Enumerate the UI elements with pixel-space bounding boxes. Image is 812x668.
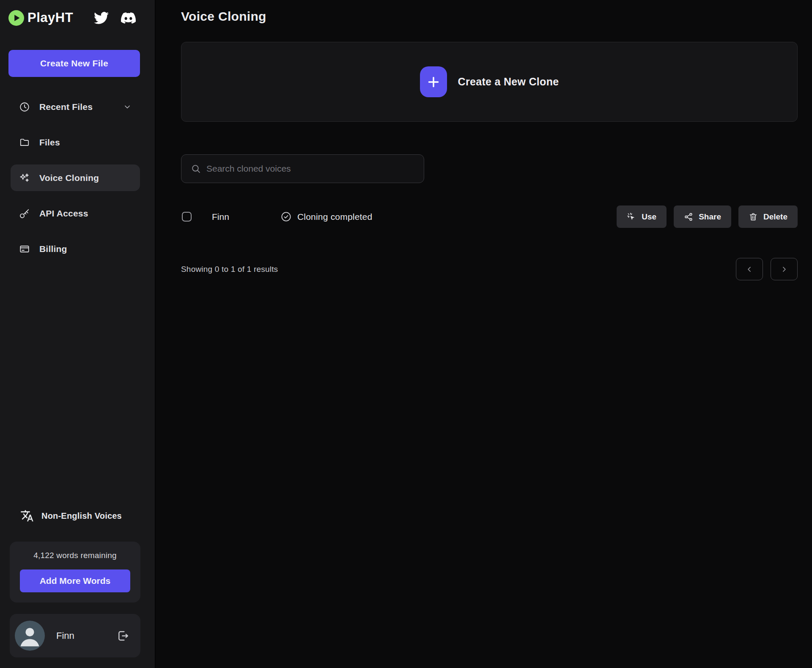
logout-icon [116,629,129,643]
cursor-click-icon [627,212,636,222]
sidebar-item-label: Recent Files [39,102,93,112]
chevron-down-icon[interactable] [123,103,132,111]
sidebar-item-api-access[interactable]: API Access [11,200,140,227]
sidebar: PlayHT Create New File Recent Files [0,0,156,668]
pagination [736,258,798,280]
next-page-button[interactable] [771,258,798,280]
credit-card-icon [19,244,30,255]
playht-logo-icon [8,10,24,26]
discord-icon[interactable] [121,11,136,25]
sidebar-item-label: API Access [39,208,88,219]
status-group: Cloning completed [280,211,372,222]
logout-button[interactable] [116,629,129,643]
create-new-file-button[interactable]: Create New File [8,50,140,77]
clock-icon [19,101,30,112]
sidebar-bottom: Non-English Voices 4,122 words remaining… [8,509,140,657]
plus-icon [426,75,441,89]
add-more-words-button[interactable]: Add More Words [20,569,130,592]
check-circle-icon [280,211,292,222]
search-input[interactable] [206,164,414,174]
use-button[interactable]: Use [617,205,667,228]
social-icons [94,11,136,25]
delete-button[interactable]: Delete [738,205,798,228]
folder-icon [19,137,30,148]
sidebar-item-files[interactable]: Files [11,129,140,156]
main-content: Voice Cloning Create a New Clone Finn Cl… [156,0,812,668]
page-title: Voice Cloning [181,9,798,24]
previous-page-button[interactable] [736,258,763,280]
share-button-label: Share [699,212,721,222]
status-text: Cloning completed [297,212,372,222]
non-english-voices-label: Non-English Voices [41,511,122,521]
search-icon [191,164,201,174]
key-icon [19,208,30,219]
share-icon [684,212,693,222]
row-actions: Use Share Delete [617,205,798,228]
words-remaining-card: 4,122 words remaining Add More Words [10,542,140,602]
non-english-voices-link[interactable]: Non-English Voices [20,509,140,523]
sidebar-item-label: Files [39,137,60,148]
sidebar-item-recent-files[interactable]: Recent Files [11,93,140,120]
share-button[interactable]: Share [674,205,731,228]
sidebar-nav: Recent Files Files Voice Cloning [8,93,140,271]
sidebar-item-billing[interactable]: Billing [11,235,140,262]
results-row: Showing 0 to 1 of 1 results [181,258,798,280]
chevron-right-icon [780,265,788,274]
voice-row: Finn Cloning completed Use [181,205,798,228]
brand-name: PlayHT [27,10,73,25]
words-remaining-text: 4,122 words remaining [20,551,130,560]
logo-row: PlayHT [8,8,140,27]
sidebar-item-voice-cloning[interactable]: Voice Cloning [11,164,140,191]
voice-name: Finn [212,212,280,222]
twitter-icon[interactable] [94,11,109,25]
delete-button-label: Delete [763,212,787,222]
create-clone-plus-button[interactable] [420,66,447,97]
avatar [15,621,45,651]
sidebar-item-label: Billing [39,244,67,254]
voice-row-checkbox[interactable] [182,212,192,222]
results-text: Showing 0 to 1 of 1 results [181,265,278,274]
sidebar-item-label: Voice Cloning [39,173,99,183]
trash-icon [749,212,758,222]
create-clone-panel[interactable]: Create a New Clone [181,42,798,122]
user-name: Finn [56,630,74,641]
user-card[interactable]: Finn [10,614,140,657]
chevron-left-icon [745,265,754,274]
translate-icon [20,509,34,523]
search-box [181,154,424,183]
create-clone-label: Create a New Clone [458,76,559,88]
sparkles-icon [19,172,30,183]
use-button-label: Use [642,212,656,222]
